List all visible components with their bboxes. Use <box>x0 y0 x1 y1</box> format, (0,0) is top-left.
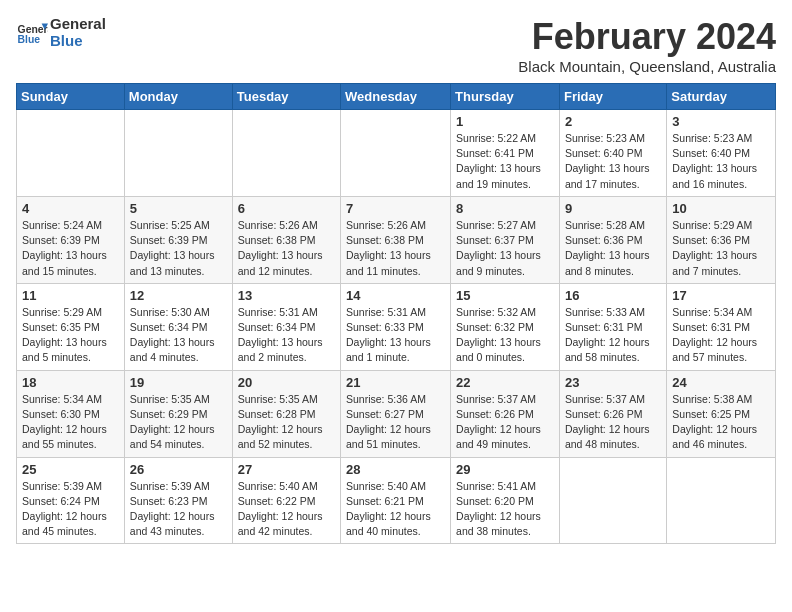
day-number: 9 <box>565 201 661 216</box>
day-info: Sunrise: 5:28 AMSunset: 6:36 PMDaylight:… <box>565 218 661 279</box>
calendar-cell: 5Sunrise: 5:25 AMSunset: 6:39 PMDaylight… <box>124 196 232 283</box>
week-row-3: 18Sunrise: 5:34 AMSunset: 6:30 PMDayligh… <box>17 370 776 457</box>
calendar-cell: 8Sunrise: 5:27 AMSunset: 6:37 PMDaylight… <box>451 196 560 283</box>
calendar-cell: 29Sunrise: 5:41 AMSunset: 6:20 PMDayligh… <box>451 457 560 544</box>
calendar-cell: 2Sunrise: 5:23 AMSunset: 6:40 PMDaylight… <box>559 110 666 197</box>
dow-header-thursday: Thursday <box>451 84 560 110</box>
calendar-cell: 10Sunrise: 5:29 AMSunset: 6:36 PMDayligh… <box>667 196 776 283</box>
calendar-cell: 21Sunrise: 5:36 AMSunset: 6:27 PMDayligh… <box>341 370 451 457</box>
day-info: Sunrise: 5:23 AMSunset: 6:40 PMDaylight:… <box>565 131 661 192</box>
day-number: 12 <box>130 288 227 303</box>
calendar-cell: 7Sunrise: 5:26 AMSunset: 6:38 PMDaylight… <box>341 196 451 283</box>
day-number: 1 <box>456 114 554 129</box>
day-number: 27 <box>238 462 335 477</box>
day-number: 5 <box>130 201 227 216</box>
calendar-body: 1Sunrise: 5:22 AMSunset: 6:41 PMDaylight… <box>17 110 776 544</box>
day-number: 20 <box>238 375 335 390</box>
day-number: 3 <box>672 114 770 129</box>
dow-header-sunday: Sunday <box>17 84 125 110</box>
day-info: Sunrise: 5:34 AMSunset: 6:30 PMDaylight:… <box>22 392 119 453</box>
logo: General Blue General Blue <box>16 16 106 49</box>
week-row-1: 4Sunrise: 5:24 AMSunset: 6:39 PMDaylight… <box>17 196 776 283</box>
week-row-4: 25Sunrise: 5:39 AMSunset: 6:24 PMDayligh… <box>17 457 776 544</box>
day-number: 8 <box>456 201 554 216</box>
calendar-cell: 6Sunrise: 5:26 AMSunset: 6:38 PMDaylight… <box>232 196 340 283</box>
day-info: Sunrise: 5:31 AMSunset: 6:34 PMDaylight:… <box>238 305 335 366</box>
calendar-cell <box>341 110 451 197</box>
day-info: Sunrise: 5:41 AMSunset: 6:20 PMDaylight:… <box>456 479 554 540</box>
day-info: Sunrise: 5:37 AMSunset: 6:26 PMDaylight:… <box>456 392 554 453</box>
day-info: Sunrise: 5:23 AMSunset: 6:40 PMDaylight:… <box>672 131 770 192</box>
logo-blue-text: Blue <box>50 33 106 50</box>
dow-header-monday: Monday <box>124 84 232 110</box>
day-info: Sunrise: 5:32 AMSunset: 6:32 PMDaylight:… <box>456 305 554 366</box>
week-row-2: 11Sunrise: 5:29 AMSunset: 6:35 PMDayligh… <box>17 283 776 370</box>
calendar: SundayMondayTuesdayWednesdayThursdayFrid… <box>16 83 776 544</box>
day-info: Sunrise: 5:29 AMSunset: 6:36 PMDaylight:… <box>672 218 770 279</box>
calendar-cell: 26Sunrise: 5:39 AMSunset: 6:23 PMDayligh… <box>124 457 232 544</box>
logo-icon: General Blue <box>16 17 48 49</box>
day-info: Sunrise: 5:39 AMSunset: 6:24 PMDaylight:… <box>22 479 119 540</box>
day-number: 11 <box>22 288 119 303</box>
day-number: 17 <box>672 288 770 303</box>
calendar-cell <box>559 457 666 544</box>
day-info: Sunrise: 5:34 AMSunset: 6:31 PMDaylight:… <box>672 305 770 366</box>
calendar-cell: 27Sunrise: 5:40 AMSunset: 6:22 PMDayligh… <box>232 457 340 544</box>
day-info: Sunrise: 5:40 AMSunset: 6:21 PMDaylight:… <box>346 479 445 540</box>
day-info: Sunrise: 5:40 AMSunset: 6:22 PMDaylight:… <box>238 479 335 540</box>
calendar-cell: 23Sunrise: 5:37 AMSunset: 6:26 PMDayligh… <box>559 370 666 457</box>
dow-header-friday: Friday <box>559 84 666 110</box>
dow-header-wednesday: Wednesday <box>341 84 451 110</box>
day-number: 28 <box>346 462 445 477</box>
day-number: 10 <box>672 201 770 216</box>
day-number: 6 <box>238 201 335 216</box>
calendar-cell: 13Sunrise: 5:31 AMSunset: 6:34 PMDayligh… <box>232 283 340 370</box>
day-number: 24 <box>672 375 770 390</box>
calendar-cell: 4Sunrise: 5:24 AMSunset: 6:39 PMDaylight… <box>17 196 125 283</box>
calendar-cell: 24Sunrise: 5:38 AMSunset: 6:25 PMDayligh… <box>667 370 776 457</box>
day-number: 2 <box>565 114 661 129</box>
calendar-cell: 22Sunrise: 5:37 AMSunset: 6:26 PMDayligh… <box>451 370 560 457</box>
day-number: 18 <box>22 375 119 390</box>
calendar-cell: 16Sunrise: 5:33 AMSunset: 6:31 PMDayligh… <box>559 283 666 370</box>
day-number: 7 <box>346 201 445 216</box>
svg-text:Blue: Blue <box>18 34 41 45</box>
day-info: Sunrise: 5:27 AMSunset: 6:37 PMDaylight:… <box>456 218 554 279</box>
day-info: Sunrise: 5:22 AMSunset: 6:41 PMDaylight:… <box>456 131 554 192</box>
day-of-week-row: SundayMondayTuesdayWednesdayThursdayFrid… <box>17 84 776 110</box>
calendar-cell: 14Sunrise: 5:31 AMSunset: 6:33 PMDayligh… <box>341 283 451 370</box>
day-number: 26 <box>130 462 227 477</box>
day-info: Sunrise: 5:33 AMSunset: 6:31 PMDaylight:… <box>565 305 661 366</box>
day-info: Sunrise: 5:39 AMSunset: 6:23 PMDaylight:… <box>130 479 227 540</box>
day-number: 25 <box>22 462 119 477</box>
day-info: Sunrise: 5:24 AMSunset: 6:39 PMDaylight:… <box>22 218 119 279</box>
day-info: Sunrise: 5:25 AMSunset: 6:39 PMDaylight:… <box>130 218 227 279</box>
calendar-cell: 25Sunrise: 5:39 AMSunset: 6:24 PMDayligh… <box>17 457 125 544</box>
day-info: Sunrise: 5:30 AMSunset: 6:34 PMDaylight:… <box>130 305 227 366</box>
day-info: Sunrise: 5:35 AMSunset: 6:28 PMDaylight:… <box>238 392 335 453</box>
day-number: 19 <box>130 375 227 390</box>
calendar-cell: 19Sunrise: 5:35 AMSunset: 6:29 PMDayligh… <box>124 370 232 457</box>
calendar-cell: 18Sunrise: 5:34 AMSunset: 6:30 PMDayligh… <box>17 370 125 457</box>
day-number: 21 <box>346 375 445 390</box>
day-info: Sunrise: 5:29 AMSunset: 6:35 PMDaylight:… <box>22 305 119 366</box>
calendar-cell: 28Sunrise: 5:40 AMSunset: 6:21 PMDayligh… <box>341 457 451 544</box>
day-number: 22 <box>456 375 554 390</box>
day-info: Sunrise: 5:38 AMSunset: 6:25 PMDaylight:… <box>672 392 770 453</box>
calendar-cell: 15Sunrise: 5:32 AMSunset: 6:32 PMDayligh… <box>451 283 560 370</box>
calendar-cell <box>667 457 776 544</box>
logo-general-text: General <box>50 16 106 33</box>
dow-header-tuesday: Tuesday <box>232 84 340 110</box>
calendar-cell: 3Sunrise: 5:23 AMSunset: 6:40 PMDaylight… <box>667 110 776 197</box>
calendar-cell: 1Sunrise: 5:22 AMSunset: 6:41 PMDaylight… <box>451 110 560 197</box>
day-info: Sunrise: 5:26 AMSunset: 6:38 PMDaylight:… <box>238 218 335 279</box>
day-info: Sunrise: 5:36 AMSunset: 6:27 PMDaylight:… <box>346 392 445 453</box>
dow-header-saturday: Saturday <box>667 84 776 110</box>
calendar-cell: 17Sunrise: 5:34 AMSunset: 6:31 PMDayligh… <box>667 283 776 370</box>
day-number: 16 <box>565 288 661 303</box>
calendar-cell <box>17 110 125 197</box>
day-number: 29 <box>456 462 554 477</box>
location-title: Black Mountain, Queensland, Australia <box>518 58 776 75</box>
calendar-cell <box>124 110 232 197</box>
day-number: 4 <box>22 201 119 216</box>
